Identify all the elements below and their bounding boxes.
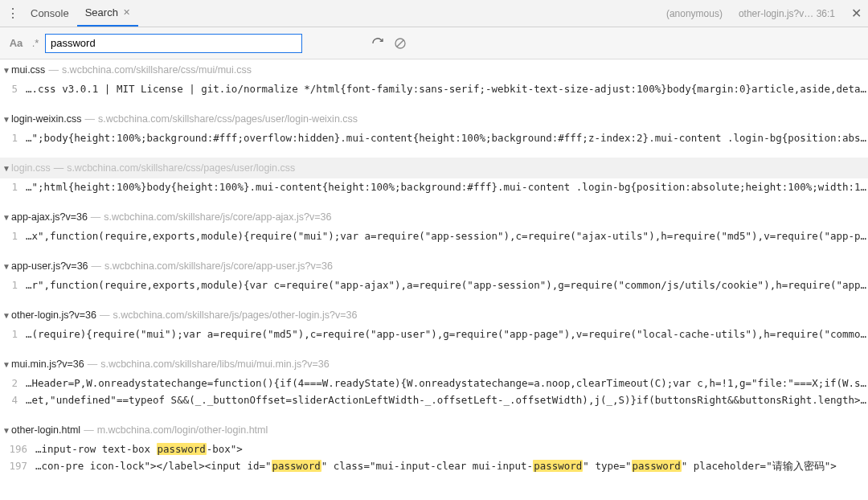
file-header[interactable]: ▼app-ajax.js?v=36—s.wcbchina.com/skillsh… [0, 207, 868, 227]
line-number: 1 [3, 181, 26, 193]
line-number: 2 [3, 377, 26, 389]
file-path: s.wcbchina.com/skillshare/css/mui/mui.cs… [62, 64, 252, 76]
file-body: 5….css v3.0.1 | MIT License | git.io/nor… [0, 80, 868, 97]
path-separator: — [92, 260, 102, 272]
file-group: ▼other-login.js?v=36—s.wcbchina.com/skil… [0, 305, 868, 342]
refresh-icon[interactable] [366, 32, 389, 55]
file-path: s.wcbchina.com/skillshare/js/core/app-us… [104, 260, 333, 272]
disclosure-triangle-icon[interactable]: ▼ [2, 115, 11, 124]
file-name: login-weixin.css [11, 113, 82, 125]
file-header[interactable]: ▼other-login.js?v=36—s.wcbchina.com/skil… [0, 305, 868, 326]
result-line[interactable]: 1…";body{height:100%;background:#fff;ove… [0, 129, 868, 146]
result-line[interactable]: 1…x",function(require,exports,module){re… [0, 227, 868, 244]
code-snippet: ….css v3.0.1 | MIT License | git.io/norm… [26, 83, 868, 95]
path-separator: — [54, 162, 64, 174]
file-name: login.css [11, 162, 51, 174]
file-header[interactable]: ▼other-login.html—m.wcbchina.com/login/o… [0, 420, 868, 441]
line-number: 197 [3, 460, 35, 472]
result-line[interactable]: 2…Header=P,W.onreadystatechange=function… [0, 375, 868, 391]
devtools-tab-bar: ⋮ Console Search ✕ (anonymous) other-log… [0, 0, 868, 27]
disclosure-triangle-icon[interactable]: ▼ [2, 311, 11, 320]
kebab-menu-icon[interactable]: ⋮ [3, 6, 23, 21]
path-separator: — [85, 113, 96, 125]
file-path: s.wcbchina.com/skillshare/css/pages/user… [67, 162, 295, 174]
disclosure-triangle-icon[interactable]: ▼ [2, 213, 11, 222]
file-header[interactable]: ▼login-weixin.css—s.wcbchina.com/skillsh… [0, 109, 868, 129]
regex-icon[interactable]: .* [26, 37, 45, 49]
file-name: app-user.js?v=36 [11, 260, 88, 272]
file-group: ▼login.css—s.wcbchina.com/skillshare/css… [0, 158, 868, 195]
code-snippet: …et,"undefined"==typeof S&&(_._buttonOff… [26, 394, 868, 406]
file-header[interactable]: ▼mui.min.js?v=36—s.wcbchina.com/skillsha… [0, 354, 868, 375]
file-name: other-login.html [11, 424, 80, 436]
file-name: app-ajax.js?v=36 [11, 211, 88, 223]
tab-console-label: Console [31, 7, 69, 19]
search-results: ▼mui.css—s.wcbchina.com/skillshare/css/m… [0, 59, 868, 500]
file-name: mui.min.js?v=36 [11, 359, 84, 370]
clear-icon[interactable] [389, 32, 411, 55]
svg-line-1 [397, 40, 403, 47]
result-line[interactable]: 1…(require){require("mui");var a=require… [0, 326, 868, 342]
file-path: s.wcbchina.com/skillshare/libs/mui/mui.m… [100, 359, 329, 370]
result-line[interactable]: 197…con-pre icon-lock"></label><input id… [0, 457, 868, 476]
tab-search[interactable]: Search ✕ [77, 0, 138, 27]
result-line[interactable]: 5….css v3.0.1 | MIT License | git.io/nor… [0, 80, 868, 97]
code-snippet: …input-row text-box password-box"> [35, 443, 868, 455]
file-path: s.wcbchina.com/skillshare/css/pages/user… [98, 113, 358, 125]
file-name: mui.css [11, 64, 45, 76]
anon-func-label: (anonymous) [666, 8, 723, 19]
source-loc-label: other-login.js?v… 36:1 [739, 8, 835, 19]
result-line[interactable]: 196…input-row text-box password-box"> [0, 441, 868, 457]
result-line[interactable]: 1…r",function(require,exports,module){va… [0, 277, 868, 293]
path-separator: — [100, 309, 110, 321]
file-body: 1…";html{height:100%}body{height:100%}.m… [0, 178, 868, 195]
line-number: 5 [3, 83, 26, 95]
line-number: 1 [3, 230, 26, 242]
line-number: 4 [3, 394, 26, 406]
file-header[interactable]: ▼mui.css—s.wcbchina.com/skillshare/css/m… [0, 59, 868, 80]
file-body: 1…";body{height:100%;background:#fff;ove… [0, 129, 868, 146]
match-case-icon[interactable]: Aa [6, 37, 26, 49]
search-input[interactable] [45, 34, 302, 53]
file-body: 2…Header=P,W.onreadystatechange=function… [0, 375, 868, 408]
file-name: other-login.js?v=36 [11, 309, 96, 321]
line-number: 1 [3, 132, 26, 144]
path-separator: — [48, 64, 59, 76]
file-group: ▼login-weixin.css—s.wcbchina.com/skillsh… [0, 109, 868, 146]
disclosure-triangle-icon[interactable]: ▼ [2, 360, 11, 369]
file-path: m.wcbchina.com/login/other-login.html [97, 424, 268, 436]
disclosure-triangle-icon[interactable]: ▼ [2, 426, 11, 435]
file-group: ▼mui.css—s.wcbchina.com/skillshare/css/m… [0, 59, 868, 97]
file-header[interactable]: ▼app-user.js?v=36—s.wcbchina.com/skillsh… [0, 256, 868, 277]
file-group: ▼mui.min.js?v=36—s.wcbchina.com/skillsha… [0, 354, 868, 408]
file-body: 1…r",function(require,exports,module){va… [0, 277, 868, 293]
path-separator: — [88, 359, 98, 370]
disclosure-triangle-icon[interactable]: ▼ [2, 262, 11, 271]
code-snippet: …con-pre icon-lock"></label><input id="p… [35, 460, 868, 473]
code-snippet: …(require){require("mui");var a=require(… [26, 328, 868, 340]
close-icon[interactable]: ✕ [123, 7, 130, 18]
line-number: 1 [3, 328, 26, 340]
file-body: 1…(require){require("mui");var a=require… [0, 326, 868, 342]
result-line[interactable]: 1…";html{height:100%}body{height:100%}.m… [0, 178, 868, 195]
path-separator: — [84, 424, 94, 436]
search-toolbar: Aa .* [0, 27, 868, 59]
file-header[interactable]: ▼login.css—s.wcbchina.com/skillshare/css… [0, 158, 868, 178]
tab-console[interactable]: Console [23, 0, 77, 27]
code-snippet: …r",function(require,exports,module){var… [26, 279, 868, 291]
code-snippet: …x",function(require,exports,module){req… [26, 230, 868, 242]
line-number: 1 [3, 279, 26, 291]
disclosure-triangle-icon[interactable]: ▼ [2, 164, 11, 173]
file-body: 196…input-row text-box password-box">197… [0, 441, 868, 476]
code-snippet: …Header=P,W.onreadystatechange=function(… [26, 377, 868, 389]
code-snippet: …";html{height:100%}body{height:100%}.mu… [26, 181, 868, 193]
disclosure-triangle-icon[interactable]: ▼ [2, 66, 11, 75]
tab-search-label: Search [85, 6, 118, 18]
code-snippet: …";body{height:100%;background:#fff;over… [26, 132, 868, 144]
file-path: s.wcbchina.com/skillshare/js/pages/other… [113, 309, 357, 321]
file-group: ▼app-user.js?v=36—s.wcbchina.com/skillsh… [0, 256, 868, 293]
file-group: ▼app-ajax.js?v=36—s.wcbchina.com/skillsh… [0, 207, 868, 244]
close-panel-icon[interactable]: ✕ [851, 6, 862, 21]
result-line[interactable]: 4…et,"undefined"==typeof S&&(_._buttonOf… [0, 391, 868, 408]
file-group: ▼other-login.html—m.wcbchina.com/login/o… [0, 420, 868, 476]
